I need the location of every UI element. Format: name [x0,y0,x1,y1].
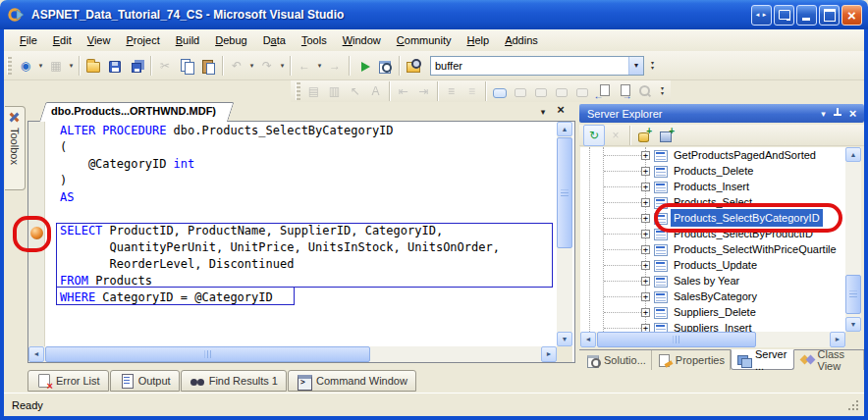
auto-hide-pin-icon[interactable] [831,106,845,121]
tree-item-suppliers-insert[interactable]: Suppliers_Insert [580,320,845,332]
tree-item-products-select[interactable]: Products_Select [580,194,845,210]
maximize-icon[interactable] [819,5,840,26]
panel-tab-properties[interactable]: Properties [652,350,731,370]
menu-debug[interactable]: Debug [207,31,254,49]
title-bar[interactable]: ASPNET_Data_Tutorial_74_CS - Microsoft V… [0,0,868,29]
minimize-icon[interactable] [796,5,817,26]
server-explorer-tree[interactable]: GetProductsPagedAndSortedProducts_Delete… [580,147,845,332]
scroll-left-icon[interactable]: ◄ [28,346,44,362]
toolbar-overflow-chevron-icon[interactable] [646,61,659,71]
scrollbar-thumb[interactable] [557,137,572,248]
panel-tab-solutio[interactable]: Solutio... [580,350,652,370]
menu-help[interactable]: Help [459,31,497,49]
tree-horizontal-scrollbar[interactable]: ◄ ► [580,332,845,347]
copy-button[interactable] [176,55,197,77]
save-button[interactable] [104,55,126,77]
tree-item-products-insert[interactable]: Products_Insert [580,179,845,194]
scroll-up-icon[interactable]: ▲ [845,147,861,162]
open-file-button[interactable] [82,55,104,77]
scrollbar-thumb[interactable] [597,332,756,347]
menu-community[interactable]: Community [389,31,460,49]
tree-item-products-selectwithpricequartile[interactable]: Products_SelectWithPriceQuartile [580,241,845,257]
editor-vertical-scrollbar[interactable]: ▲ ▼ [557,122,572,346]
menu-view[interactable]: View [80,31,119,49]
tree-item-suppliers-delete[interactable]: Suppliers_Delete [580,304,845,320]
expand-plus-icon[interactable] [641,198,650,207]
new-website-button[interactable]: ◉ [15,55,36,77]
paste-button[interactable] [197,55,219,77]
connect-database-button[interactable] [633,125,655,146]
tree-item-salesbycategory[interactable]: SalesByCategory [580,289,845,304]
tree-item-label[interactable]: Suppliers_Insert [671,319,755,332]
bottom-tab-command-window[interactable]: Command Window [288,370,416,392]
expand-plus-icon[interactable] [641,230,650,238]
find-combobox-dropdown-icon[interactable] [628,57,643,75]
editor-horizontal-scrollbar[interactable]: ◄ ► [28,346,557,362]
close-icon[interactable] [841,5,862,26]
bottom-tab-find-results-1[interactable]: Find Results 1 [181,370,287,392]
breakpoint-margin[interactable] [28,122,45,346]
toolbox-tab[interactable]: Toolbox [5,106,26,190]
menu-data[interactable]: Data [255,31,294,49]
close-document-icon[interactable] [554,103,568,117]
refresh-button[interactable]: ↻ [583,125,605,146]
check-in-button[interactable] [592,81,613,101]
tree-item-products-delete[interactable]: Products_Delete [580,163,845,179]
expand-plus-icon[interactable] [641,245,650,254]
panel-tab-class-view[interactable]: Class View [794,350,864,370]
scrollbar-thumb[interactable] [45,346,370,362]
scroll-down-icon[interactable]: ▼ [845,317,861,332]
scroll-up-icon[interactable]: ▲ [557,122,572,136]
scrollbar-thumb[interactable] [845,275,861,314]
expand-plus-icon[interactable] [641,324,650,333]
menu-project[interactable]: Project [118,31,167,49]
undock-window-icon[interactable] [774,5,794,26]
code-area[interactable]: ALTER PROCEDURE dbo.Products_SelectByCat… [46,122,557,346]
check-out-button[interactable] [613,81,633,101]
bottom-tab-output[interactable]: Output [110,370,180,392]
window-position-icon[interactable] [816,106,831,121]
menu-addins[interactable]: Addins [497,31,546,49]
expand-plus-icon[interactable] [641,151,650,160]
menu-file[interactable]: File [12,31,45,49]
scroll-right-icon[interactable]: ► [541,346,557,362]
tree-vertical-scrollbar[interactable]: ▲ ▼ [845,147,861,332]
expand-plus-icon[interactable] [641,277,650,286]
tree-item-products-update[interactable]: Products_Update [580,257,845,273]
menu-edit[interactable]: Edit [45,31,80,49]
tree-item-sales-by-year[interactable]: Sales by Year [580,273,845,289]
menu-window[interactable]: Window [335,31,389,49]
new-query-button[interactable] [489,81,510,101]
save-all-button[interactable] [126,55,147,77]
expand-plus-icon[interactable] [641,183,650,191]
toolbar-overflow-chevron-icon[interactable] [656,86,669,96]
resize-grip[interactable] [846,398,860,412]
menu-tools[interactable]: Tools [294,31,335,49]
toolbar-grip[interactable] [7,57,12,75]
scroll-left-icon[interactable]: ◄ [580,332,596,347]
tree-item-products-selectbyproductid[interactable]: Products_SelectByProductID [580,226,845,241]
close-panel-icon[interactable] [845,106,860,121]
menu-build[interactable]: Build [168,31,208,49]
start-debugging-button[interactable] [353,55,374,77]
solution-explorer-button[interactable] [374,55,396,77]
scroll-right-icon[interactable]: ► [830,332,845,347]
expand-plus-icon[interactable] [641,292,650,301]
dropdown-arrow-icon[interactable] [36,55,45,77]
breakpoint-glyph[interactable] [30,227,43,239]
toolbar-grip[interactable] [296,82,300,100]
expand-plus-icon[interactable] [641,167,650,176]
switch-windows-icon[interactable] [751,5,772,26]
scroll-down-icon[interactable]: ▼ [557,332,572,346]
find-combobox-input[interactable] [431,58,628,74]
expand-plus-icon[interactable] [641,308,650,317]
expand-plus-icon[interactable] [641,261,650,270]
expand-plus-icon[interactable] [641,214,650,223]
panel-tab-server[interactable]: Server ... [731,349,794,370]
document-tab[interactable]: dbo.Products...ORTHWND.MDF) [35,102,228,121]
find-in-files-button[interactable] [403,55,424,77]
tree-item-products-selectbycategoryid[interactable]: Products_SelectByCategoryID [580,210,845,226]
tree-item-getproductspagedandsorted[interactable]: GetProductsPagedAndSorted [580,147,845,163]
server-explorer-titlebar[interactable]: Server Explorer [579,104,864,123]
bottom-tab-error-list[interactable]: Error List [27,370,109,392]
